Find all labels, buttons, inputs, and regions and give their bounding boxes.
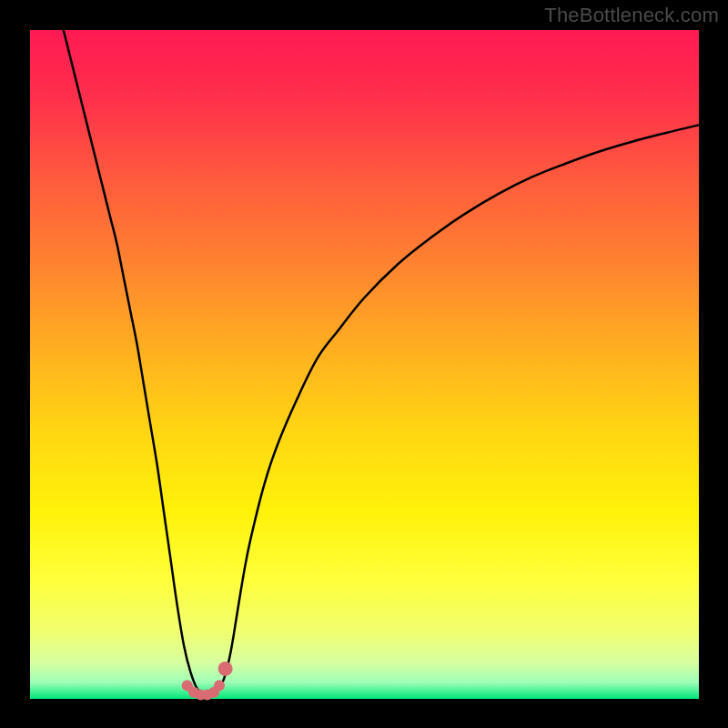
chart-frame: TheBottleneck.com [0, 0, 728, 728]
marker-dot [214, 680, 225, 691]
watermark-text: TheBottleneck.com [544, 4, 719, 27]
plot-background [30, 30, 699, 699]
bottleneck-chart [0, 0, 728, 728]
marker-dot [218, 662, 233, 676]
